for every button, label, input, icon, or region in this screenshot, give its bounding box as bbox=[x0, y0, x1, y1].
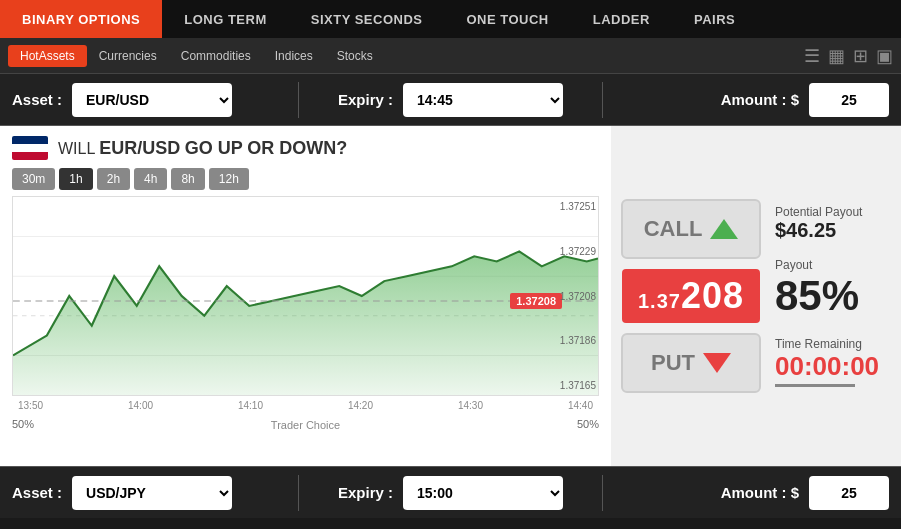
top-control-row: Asset : EUR/USD Expiry : 14:45 Amount : … bbox=[0, 74, 901, 126]
price-1: 1.37251 bbox=[560, 201, 596, 212]
price-2: 1.37229 bbox=[560, 246, 596, 257]
time-remaining-label: Time Remaining bbox=[775, 337, 879, 351]
time-buttons: 30m 1h 2h 4h 8h 12h bbox=[12, 168, 599, 190]
tab-commodities[interactable]: Commodities bbox=[169, 45, 263, 67]
time-30m[interactable]: 30m bbox=[12, 168, 55, 190]
bottom-asset-group: Asset : USD/JPY bbox=[12, 476, 282, 510]
bottom-amount-input[interactable] bbox=[809, 476, 889, 510]
potential-payout-value: $46.25 bbox=[775, 219, 879, 242]
chart-area: 1.37208 1.37251 1.37229 1.37208 1.37186 … bbox=[12, 196, 599, 396]
amount-group: Amount : $ bbox=[619, 83, 889, 117]
time-labels: 13:50 14:00 14:10 14:20 14:30 14:40 bbox=[12, 398, 599, 413]
bottom-divider-1 bbox=[298, 475, 299, 511]
tab-icons: ☰ ▦ ⊞ ▣ bbox=[804, 45, 893, 67]
time-label-3: 14:10 bbox=[238, 400, 263, 411]
grid-small-icon[interactable]: ▦ bbox=[828, 45, 845, 67]
price-display: 1.37208 bbox=[622, 269, 760, 323]
bottom-control-row: Asset : USD/JPY Expiry : 15:00 Amount : … bbox=[0, 466, 901, 518]
tab-indices[interactable]: Indices bbox=[263, 45, 325, 67]
time-label-6: 14:40 bbox=[568, 400, 593, 411]
right-panel: CALL 1.37208 PUT Potential Payout $46.25 bbox=[611, 126, 901, 466]
eur-usd-flag bbox=[12, 136, 48, 160]
put-down-arrow bbox=[703, 353, 731, 373]
nav-long-term[interactable]: LONG TERM bbox=[162, 0, 289, 38]
tab-currencies[interactable]: Currencies bbox=[87, 45, 169, 67]
time-label-1: 13:50 bbox=[18, 400, 43, 411]
amount-input[interactable] bbox=[809, 83, 889, 117]
trader-right-pct: 50% bbox=[577, 418, 599, 430]
put-button[interactable]: PUT bbox=[621, 333, 761, 393]
call-put-col: CALL 1.37208 PUT bbox=[621, 199, 761, 393]
time-8h[interactable]: 8h bbox=[171, 168, 204, 190]
grid-large-icon[interactable]: ⊞ bbox=[853, 45, 868, 67]
payout-section: Payout 85% bbox=[775, 258, 879, 320]
asset-tabs-row: HotAssets Currencies Commodities Indices… bbox=[0, 38, 901, 74]
trader-choice-label: Trader Choice bbox=[42, 419, 569, 431]
time-2h[interactable]: 2h bbox=[97, 168, 130, 190]
call-label: CALL bbox=[644, 216, 703, 242]
divider-2 bbox=[602, 82, 603, 118]
main-area: WILL EUR/USD GO UP OR DOWN? 30m 1h 2h 4h… bbox=[0, 126, 901, 466]
nav-sixty-seconds[interactable]: SIXTY SECONDS bbox=[289, 0, 445, 38]
chart-section: WILL EUR/USD GO UP OR DOWN? 30m 1h 2h 4h… bbox=[0, 126, 611, 466]
potential-payout-section: Potential Payout $46.25 bbox=[775, 205, 879, 242]
bottom-asset-select[interactable]: USD/JPY bbox=[72, 476, 232, 510]
price-5: 1.37165 bbox=[560, 380, 596, 391]
payout-label: Payout bbox=[775, 258, 879, 272]
asset-group: Asset : EUR/USD bbox=[12, 83, 282, 117]
time-label-4: 14:20 bbox=[348, 400, 373, 411]
asset-label: Asset : bbox=[12, 91, 62, 108]
price-3: 1.37208 bbox=[560, 291, 596, 302]
grid-alt-icon[interactable]: ▣ bbox=[876, 45, 893, 67]
nav-one-touch[interactable]: ONE TOUCH bbox=[444, 0, 570, 38]
time-1h[interactable]: 1h bbox=[59, 168, 92, 190]
bottom-amount-group: Amount : $ bbox=[619, 476, 889, 510]
amount-label: Amount : $ bbox=[721, 91, 799, 108]
expiry-select[interactable]: 14:45 bbox=[403, 83, 563, 117]
question-text: WILL EUR/USD GO UP OR DOWN? bbox=[58, 138, 347, 159]
nav-ladder[interactable]: LADDER bbox=[571, 0, 672, 38]
question-row: WILL EUR/USD GO UP OR DOWN? bbox=[12, 136, 599, 160]
tab-stocks[interactable]: Stocks bbox=[325, 45, 385, 67]
timer-underline bbox=[775, 384, 855, 387]
divider-1 bbox=[298, 82, 299, 118]
time-remaining-section: Time Remaining 00:00:00 bbox=[775, 337, 879, 387]
svg-marker-4 bbox=[13, 251, 598, 395]
bottom-amount-label: Amount : $ bbox=[721, 484, 799, 501]
time-remaining-value: 00:00:00 bbox=[775, 351, 879, 382]
nav-binary-options[interactable]: BINARY OPTIONS bbox=[0, 0, 162, 38]
time-12h[interactable]: 12h bbox=[209, 168, 249, 190]
time-4h[interactable]: 4h bbox=[134, 168, 167, 190]
stats-col: Potential Payout $46.25 Payout 85% Time … bbox=[761, 199, 879, 393]
expiry-group: Expiry : 14:45 bbox=[315, 83, 585, 117]
bottom-expiry-label: Expiry : bbox=[338, 484, 393, 501]
trader-bar-row: 50% Trader Choice 50% bbox=[12, 417, 599, 431]
nav-pairs[interactable]: PAIRS bbox=[672, 0, 757, 38]
expiry-label: Expiry : bbox=[338, 91, 393, 108]
current-price-tag: 1.37208 bbox=[510, 293, 562, 309]
bottom-expiry-group: Expiry : 15:00 bbox=[315, 476, 585, 510]
list-icon[interactable]: ☰ bbox=[804, 45, 820, 67]
time-label-5: 14:30 bbox=[458, 400, 483, 411]
asset-name: EUR/USD bbox=[99, 138, 180, 158]
asset-select[interactable]: EUR/USD bbox=[72, 83, 232, 117]
bottom-divider-2 bbox=[602, 475, 603, 511]
bottom-expiry-select[interactable]: 15:00 bbox=[403, 476, 563, 510]
payout-value: 85% bbox=[775, 272, 879, 320]
question-suffix: GO UP OR DOWN? bbox=[185, 138, 348, 158]
time-label-2: 14:00 bbox=[128, 400, 153, 411]
price-labels: 1.37251 1.37229 1.37208 1.37186 1.37165 bbox=[560, 197, 596, 395]
bottom-asset-label: Asset : bbox=[12, 484, 62, 501]
put-label: PUT bbox=[651, 350, 695, 376]
price-4: 1.37186 bbox=[560, 335, 596, 346]
trader-left-pct: 50% bbox=[12, 418, 34, 430]
price-small: 1.37 bbox=[638, 290, 681, 312]
call-up-arrow bbox=[710, 219, 738, 239]
right-inner: CALL 1.37208 PUT Potential Payout $46.25 bbox=[621, 199, 891, 393]
price-large: 208 bbox=[681, 275, 744, 316]
tab-hotassets[interactable]: HotAssets bbox=[8, 45, 87, 67]
top-nav: BINARY OPTIONS LONG TERM SIXTY SECONDS O… bbox=[0, 0, 901, 38]
potential-payout-label: Potential Payout bbox=[775, 205, 879, 219]
call-button[interactable]: CALL bbox=[621, 199, 761, 259]
